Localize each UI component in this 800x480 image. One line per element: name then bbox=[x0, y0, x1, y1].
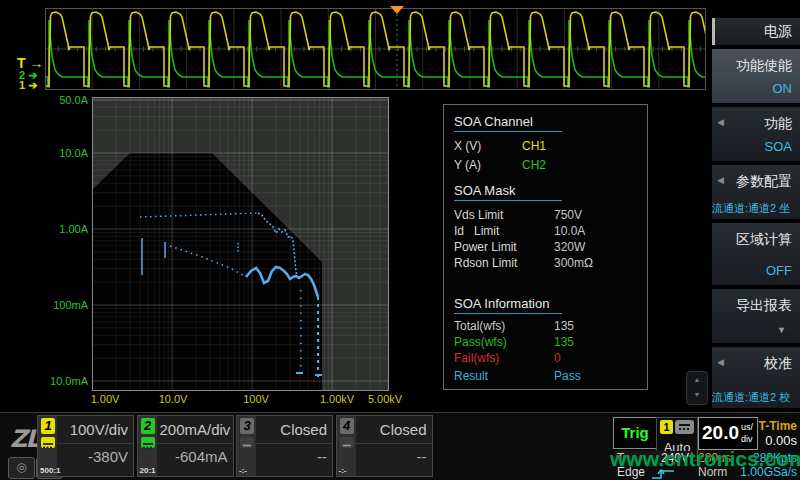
divider bbox=[57, 443, 133, 444]
function-value: SOA bbox=[765, 139, 792, 154]
soa-row: Y (A)CH2 bbox=[454, 158, 639, 172]
y-axis-label: 10.0mA bbox=[38, 375, 88, 387]
channel-scale: Closed bbox=[359, 421, 427, 438]
oscilloscope-screen: T → 2 ➔ 1 ➔ 50.0A10.0A1.00A100mA10.0mA 1… bbox=[0, 0, 800, 480]
divider bbox=[256, 443, 332, 444]
soa-row: Id Limit10.0A bbox=[454, 224, 639, 238]
soa-row: ResultPass bbox=[454, 369, 639, 383]
t-time-label: T-Time bbox=[757, 419, 797, 433]
probe-ratio: 20:1 bbox=[140, 466, 156, 475]
waveform-strip bbox=[45, 8, 706, 90]
soa-row: Vds Limit750V bbox=[454, 208, 639, 222]
channel-offset: -604mA bbox=[160, 448, 228, 465]
soa-row: X (V)CH1 bbox=[454, 139, 639, 153]
left-arrow-icon: ◀ bbox=[717, 357, 724, 367]
soa-row: Pass(wfs)135 bbox=[454, 335, 639, 349]
channel-off-icon bbox=[240, 437, 254, 448]
soa-row-label: Total(wfs) bbox=[454, 319, 505, 333]
down-arrow-icon: ▼ bbox=[777, 325, 786, 335]
function-label: 功能 bbox=[764, 115, 792, 133]
probe-ratio: -:- bbox=[239, 466, 247, 475]
soa-row-value: 135 bbox=[554, 319, 574, 333]
power-accent-bar bbox=[712, 18, 715, 45]
soa-row-value: 0 bbox=[554, 351, 561, 365]
x-axis-label: 1.00V bbox=[91, 393, 120, 405]
soa-row: Power Limit320W bbox=[454, 240, 639, 254]
channel-offset: -380V bbox=[60, 448, 128, 465]
trigger-status-button[interactable]: Trig bbox=[613, 417, 657, 449]
trigger-source-badge: 1 bbox=[660, 420, 673, 434]
sidebar-item-area-calc[interactable]: 区域计算 OFF bbox=[712, 223, 800, 285]
touch-icon[interactable]: ◎ bbox=[8, 457, 35, 479]
x-axis-label: 5.00kV bbox=[368, 393, 402, 405]
channel-number-badge: 1 bbox=[41, 418, 55, 434]
channel-number-badge: 4 bbox=[340, 418, 354, 434]
area-calc-label: 区域计算 bbox=[736, 231, 792, 249]
channel-number-badge: 2 bbox=[141, 418, 155, 434]
channel-scale: 200mA/div bbox=[160, 421, 228, 438]
calibration-label: 校准 bbox=[764, 355, 792, 373]
soa-row-value: 300mΩ bbox=[554, 256, 593, 270]
ch1-position-marker[interactable]: 1 ➔ bbox=[19, 79, 37, 92]
soa-row-value: CH1 bbox=[522, 139, 546, 153]
channel-scale: 100V/div bbox=[60, 421, 128, 438]
param-config-subtitle: 流通道:通道2 坐 bbox=[712, 201, 798, 216]
soa-row-value: 750V bbox=[554, 208, 582, 222]
x-axis-label: 10.0V bbox=[159, 393, 188, 405]
section-underline bbox=[454, 131, 562, 132]
soa-section-title: SOA Channel bbox=[454, 114, 533, 129]
calibration-subtitle: 流通道:通道2 校 bbox=[712, 390, 798, 405]
soa-row-label: Rdson Limit bbox=[454, 256, 517, 270]
soa-row: Total(wfs)135 bbox=[454, 319, 639, 333]
soa-row-value: 10.0A bbox=[554, 224, 585, 238]
x-axis-label: 100V bbox=[243, 393, 269, 405]
channel-2-box[interactable]: 2200mA/div-604mA20:1 bbox=[137, 415, 234, 477]
dc-coupling-icon bbox=[675, 420, 694, 434]
area-calc-value: OFF bbox=[766, 263, 792, 278]
soa-row-label: Vds Limit bbox=[454, 208, 503, 222]
section-underline bbox=[454, 313, 562, 314]
divider bbox=[356, 443, 432, 444]
left-arrow-icon: ◀ bbox=[717, 175, 724, 185]
soa-row-label: Pass(wfs) bbox=[454, 335, 507, 349]
x-axis-label: 1.00kV bbox=[320, 393, 354, 405]
export-report-label: 导出报表 bbox=[736, 297, 792, 315]
function-enable-label: 功能使能 bbox=[736, 57, 792, 75]
channel-1-box[interactable]: 1100V/div-380V500:1 bbox=[37, 415, 134, 477]
channel-offset: -- bbox=[259, 448, 327, 465]
soa-row-label: Y (A) bbox=[454, 158, 481, 172]
soa-row-value: 135 bbox=[554, 335, 574, 349]
soa-plot bbox=[92, 97, 389, 391]
sidebar-item-power[interactable]: 电源 bbox=[712, 18, 800, 45]
channel-3-box[interactable]: 3Closed---:- bbox=[236, 415, 333, 477]
soa-row-label: Power Limit bbox=[454, 240, 517, 254]
timebase-value: 20.0 bbox=[702, 422, 739, 444]
sidebar-item-export-report[interactable]: 导出报表 ▼ bbox=[712, 289, 800, 343]
sidebar-item-calibration[interactable]: ◀ 校准 流通道:通道2 校 bbox=[712, 347, 800, 408]
left-arrow-icon: ◀ bbox=[717, 117, 724, 127]
y-axis-label: 10.0A bbox=[38, 147, 88, 159]
soa-section-title: SOA Information bbox=[454, 296, 549, 311]
channel-4-box[interactable]: 4Closed---:- bbox=[336, 415, 433, 477]
sidebar-item-param-config[interactable]: ◀ 参数配置 流通道:通道2 坐 bbox=[712, 165, 800, 219]
watermark: www.cntronics.com bbox=[610, 447, 800, 471]
sidebar-item-function[interactable]: ◀ 功能 SOA bbox=[712, 107, 800, 161]
y-axis-label: 100mA bbox=[38, 299, 88, 311]
sidebar-scroll-control[interactable]: ▲▼ bbox=[686, 371, 708, 405]
y-axis-label: 50.0A bbox=[38, 94, 88, 106]
probe-ratio: 500:1 bbox=[40, 466, 60, 475]
soa-row-value: CH2 bbox=[522, 158, 546, 172]
section-underline bbox=[454, 200, 562, 201]
timebase-button[interactable]: 20.0 us/div bbox=[698, 417, 758, 450]
trigger-position-icon[interactable] bbox=[390, 6, 404, 14]
channel-off-icon bbox=[340, 437, 354, 448]
probe-ratio: -:- bbox=[339, 466, 347, 475]
soa-row: Rdson Limit300mΩ bbox=[454, 256, 639, 270]
soa-row-label: Result bbox=[454, 369, 488, 383]
channel-offset: -- bbox=[359, 448, 427, 465]
sidebar-item-function-enable[interactable]: 功能使能 ON bbox=[712, 49, 800, 103]
param-config-label: 参数配置 bbox=[736, 173, 792, 191]
soa-row-value: 320W bbox=[554, 240, 585, 254]
soa-row: Fail(wfs)0 bbox=[454, 351, 639, 365]
channel-number-badge: 3 bbox=[240, 418, 254, 434]
